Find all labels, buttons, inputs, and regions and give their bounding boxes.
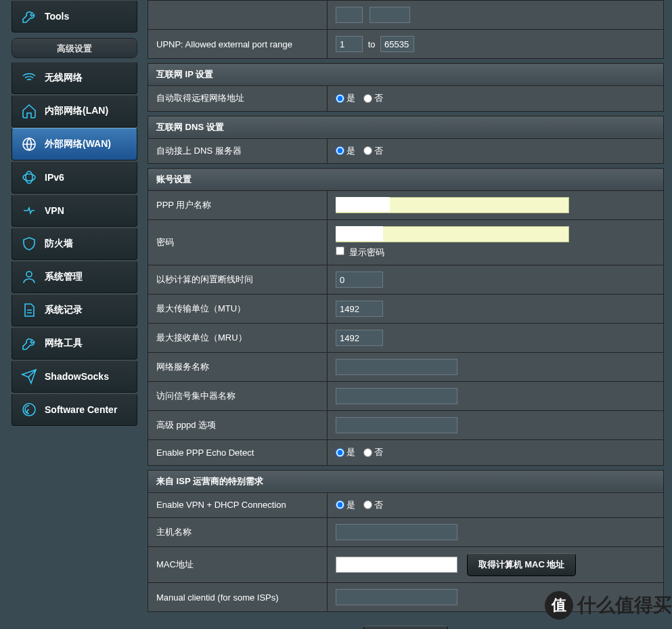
auto-dns-label: 自动接上 DNS 服务器 (148, 138, 328, 164)
auto-remote-yes-radio[interactable] (336, 94, 344, 103)
section-header-account: 账号设置 (148, 169, 664, 191)
upnp-prev-from[interactable] (336, 7, 363, 23)
idle-disconnect-label: 以秒计算的闲置断线时间 (148, 265, 328, 295)
hostname-input[interactable] (336, 524, 457, 540)
sidebar-item-label: 防火墙 (45, 238, 73, 250)
clientid-label: Manual clientid (for some ISPs) (148, 583, 328, 612)
shield-icon (19, 234, 39, 254)
sidebar-item-label: Software Center (45, 404, 117, 415)
mtu-label: 最大传输单位（MTU） (148, 295, 328, 324)
radio-yes-label: 是 (346, 145, 355, 157)
sidebar-item-firewall[interactable]: 防火墙 (12, 227, 137, 260)
radio-yes-label: 是 (346, 499, 355, 511)
sidebar-item-log[interactable]: 系统记录 (12, 294, 137, 326)
sidebar-item-label: 外部网络(WAN) (45, 138, 111, 150)
upnp-prev-to[interactable] (369, 7, 410, 23)
sidebar-item-wireless[interactable]: 无线网络 (12, 62, 137, 94)
content-area: UPNP: Allowed external port range to 互联网… (148, 0, 672, 629)
svg-point-3 (26, 272, 32, 277)
globe-icon (19, 134, 39, 154)
vpn-dhcp-no-radio[interactable] (363, 500, 372, 509)
concentrator-label: 访问信号集中器名称 (148, 382, 328, 411)
concentrator-input[interactable] (336, 388, 457, 404)
upnp-to-label: to (368, 39, 376, 49)
radio-yes-label: 是 (346, 92, 355, 104)
radio-no-label: 否 (374, 145, 383, 157)
svg-point-2 (26, 171, 32, 183)
vpn-icon (19, 200, 39, 221)
upnp-label: UPNP: Allowed external port range (148, 30, 328, 59)
sidebar-item-label: 系统管理 (45, 271, 83, 283)
auto-remote-addr-label: 自动取得远程网络地址 (148, 86, 328, 112)
mac-label: MAC地址 (148, 547, 328, 583)
sidebar-item-label: 无线网络 (45, 72, 83, 84)
wrench-icon (19, 6, 39, 26)
sidebar-item-wan[interactable]: 外部网络(WAN) (12, 128, 137, 160)
dns-settings-table: 互联网 DNS 设置 自动接上 DNS 服务器 是 否 (148, 116, 664, 165)
mac-input[interactable] (336, 557, 457, 573)
mru-label: 最大接收单位（MRU） (148, 324, 328, 353)
sidebar-item-vpn[interactable]: VPN (12, 194, 137, 227)
service-name-label: 网络服务名称 (148, 353, 328, 382)
apply-button[interactable]: 应用本页面设置 (363, 626, 448, 629)
sidebar-item-label: IPv6 (45, 172, 64, 183)
account-settings-table: 账号设置 PPP 用户名称 密码 显示密码 以秒计算的闲置断线时间 (148, 168, 664, 466)
sidebar-item-label: 内部网络(LAN) (45, 105, 108, 117)
section-header-dns: 互联网 DNS 设置 (148, 116, 664, 138)
sidebar-section-header: 高级设置 (12, 38, 137, 58)
sidebar-item-shadowsocks[interactable]: ShadowSocks (12, 360, 137, 393)
sidebar: Tools 高级设置 无线网络 内部网络(LAN) 外部网络(WAN) IPv6… (12, 0, 137, 629)
wrench-icon (19, 333, 39, 353)
sidebar-item-software-center[interactable]: Software Center (12, 393, 137, 426)
radio-yes-label: 是 (346, 446, 355, 458)
sidebar-item-admin[interactable]: 系统管理 (12, 261, 137, 293)
radio-no-label: 否 (374, 446, 383, 458)
sidebar-item-ipv6[interactable]: IPv6 (12, 161, 137, 194)
auto-dns-no-radio[interactable] (363, 146, 372, 155)
upnp-from-input[interactable] (336, 36, 363, 52)
ppp-echo-label: Enable PPP Echo Detect (148, 440, 328, 466)
section-header-isp: 来自 ISP 运营商的特别需求 (148, 470, 664, 492)
sidebar-item-nettools[interactable]: 网络工具 (12, 327, 137, 360)
isp-settings-table: 来自 ISP 运营商的特别需求 Enable VPN + DHCP Connec… (148, 470, 664, 613)
sidebar-item-label: ShadowSocks (45, 371, 109, 382)
sidebar-item-tools[interactable]: Tools (12, 0, 137, 32)
sidebar-item-label: VPN (45, 205, 64, 216)
vpn-dhcp-yes-radio[interactable] (336, 500, 344, 509)
auto-remote-no-radio[interactable] (363, 94, 372, 103)
radio-no-label: 否 (374, 499, 383, 511)
sidebar-item-label: 网络工具 (45, 337, 83, 349)
software-icon (19, 399, 39, 420)
password-label: 密码 (148, 220, 328, 265)
pppd-opts-input[interactable] (336, 417, 457, 433)
plane-icon (19, 366, 39, 387)
ppp-echo-no-radio[interactable] (363, 448, 372, 457)
user-icon (19, 267, 39, 287)
home-icon (19, 101, 39, 121)
clientid-input[interactable] (336, 589, 457, 605)
section-header-ip: 互联网 IP 设置 (148, 64, 664, 86)
upnp-to-input[interactable] (380, 36, 414, 52)
ppp-user-label: PPP 用户名称 (148, 191, 328, 220)
get-mac-button[interactable]: 取得计算机 MAC 地址 (467, 553, 577, 576)
upnp-table: UPNP: Allowed external port range to (148, 0, 664, 59)
svg-point-1 (23, 174, 35, 181)
ipv6-icon (19, 167, 39, 188)
pppd-opts-label: 高级 pppd 选项 (148, 411, 328, 440)
mru-input[interactable] (336, 330, 383, 346)
vpn-dhcp-label: Enable VPN + DHCP Connection (148, 492, 328, 518)
sidebar-item-label: 系统记录 (45, 304, 83, 316)
idle-disconnect-input[interactable] (336, 272, 383, 288)
sidebar-item-lan[interactable]: 内部网络(LAN) (12, 95, 137, 127)
show-password-checkbox[interactable] (336, 246, 344, 255)
mtu-input[interactable] (336, 301, 383, 317)
ip-settings-table: 互联网 IP 设置 自动取得远程网络地址 是 否 (148, 63, 664, 112)
radio-no-label: 否 (374, 92, 383, 104)
hostname-label: 主机名称 (148, 518, 328, 547)
service-name-input[interactable] (336, 359, 457, 375)
log-icon (19, 300, 39, 320)
auto-dns-yes-radio[interactable] (336, 146, 344, 155)
show-password-label: 显示密码 (349, 247, 384, 257)
ppp-echo-yes-radio[interactable] (336, 448, 344, 457)
wifi-icon (19, 68, 39, 88)
